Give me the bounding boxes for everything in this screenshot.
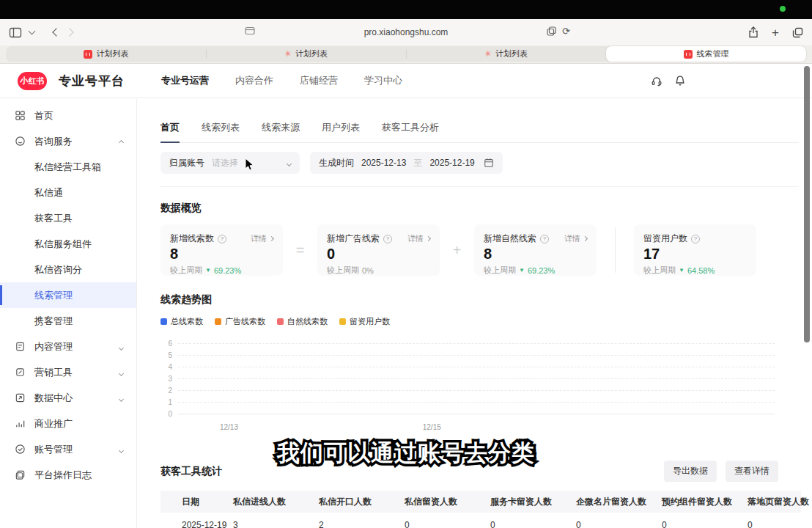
nav-item-content-coop[interactable]: 内容合作 [235, 74, 273, 87]
card-detail-link[interactable]: 详情 [407, 233, 430, 244]
sidebar-item-label: 商业推广 [34, 417, 73, 430]
forward-button[interactable] [67, 29, 73, 35]
sidebar-item-dm-tong[interactable]: 私信通 [0, 180, 136, 205]
sidebar-item-label: 首页 [34, 109, 53, 122]
sidebar-item-home[interactable]: 首页 [0, 103, 136, 128]
delta-value: 69.23% [528, 266, 555, 275]
col-servicecard-retained: 服务卡留资人数 [490, 496, 576, 508]
chat-icon [15, 136, 26, 147]
tab-group-icon[interactable] [547, 26, 556, 36]
chevron-right-icon [269, 236, 274, 241]
compare-label: 较上周期 [484, 265, 516, 276]
cell-date: 2025-12-19 [182, 520, 233, 528]
sidebar-item-commercial-promotion[interactable]: 商业推广 [0, 411, 136, 436]
sidebar-item-label: 私信服务组件 [34, 238, 92, 251]
customer-service-icon[interactable] [651, 75, 662, 87]
browser-toolbar: pro.xiaohongshu.com ⟳ + [0, 19, 812, 45]
question-circle-icon[interactable]: ? [540, 235, 549, 243]
legend-swatch [339, 318, 346, 325]
legend-swatch [277, 318, 284, 325]
tab-tool-analysis[interactable]: 获客工具分析 [382, 121, 439, 142]
tab-lead-list[interactable]: 线索列表 [202, 121, 240, 142]
account-select[interactable]: 归属账号 请选择 [160, 152, 300, 174]
y-tick: 5 [160, 351, 172, 359]
sidebar-item-platform-log[interactable]: 平台操作日志 [0, 462, 136, 488]
date-range-picker[interactable]: 生成时间 2025-12-13 至 2025-12-19 [310, 152, 503, 174]
cell-value: 0 [662, 520, 748, 528]
back-button[interactable] [53, 29, 59, 35]
delta-value: 64.58% [687, 266, 715, 275]
filter-row: 归属账号 请选择 生成时间 2025-12-13 至 2025-12-19 [160, 152, 812, 174]
bell-icon[interactable] [674, 75, 686, 87]
legend-total-leads[interactable]: 总线索数 [160, 316, 203, 327]
card-title: 新增线索数 [170, 232, 214, 245]
app-header: 小红书 专业号平台 专业号运营 内容合作 店铺经营 学习中心 [0, 64, 812, 98]
equals-operator: = [283, 242, 317, 259]
nav-item-shop[interactable]: 店铺经营 [300, 74, 338, 87]
reload-icon[interactable]: ⟳ [562, 26, 570, 36]
new-tab-icon[interactable]: + [772, 26, 779, 39]
legend-ad-leads[interactable]: 广告线索数 [215, 316, 265, 327]
scrollbar-thumb[interactable] [804, 66, 810, 342]
card-detail-link[interactable]: 详情 [251, 233, 273, 244]
sidebar-item-label: 私信通 [34, 186, 63, 199]
recording-indicator-dot [780, 6, 786, 12]
sidebar-item-marketing-tools[interactable]: 营销工具 [0, 359, 136, 385]
sidebar-toggle-icon[interactable] [9, 27, 22, 38]
legend-retained-users[interactable]: 留资用户数 [339, 316, 390, 327]
sidebar-item-dm-toolbox[interactable]: 私信经营工具箱 [0, 154, 136, 180]
export-data-button[interactable]: 导出数据 [664, 461, 717, 482]
sidebar-item-lead-tools[interactable]: 获客工具 [0, 205, 136, 231]
sidebar-item-content-management[interactable]: 内容管理 [0, 334, 136, 359]
browser-tab-2[interactable]: ✳ 计划列表 [206, 46, 406, 62]
y-tick: 6 [160, 340, 172, 348]
view-details-button[interactable]: 查看详情 [726, 461, 778, 482]
browser-tab-4-active[interactable]: 线索管理 [606, 46, 806, 62]
browser-tab-label: 计划列表 [495, 48, 528, 59]
browser-tab-3[interactable]: ✳ 计划列表 [406, 46, 606, 62]
card-detail-link[interactable]: 详情 [564, 233, 587, 244]
overview-cards: 新增线索数 ? 详情 8 较上周期▼69.23% = 新增广告线索 ? 详情 0 [160, 224, 812, 276]
tab-home[interactable]: 首页 [160, 121, 180, 142]
screen: pro.xiaohongshu.com ⟳ + 计划列表 ✳ [0, 0, 812, 528]
card-new-leads: 新增线索数 ? 详情 8 较上周期▼69.23% [160, 224, 283, 276]
question-circle-icon[interactable]: ? [383, 235, 392, 243]
legend-swatch [160, 318, 167, 325]
y-tick: 4 [160, 363, 172, 371]
page-icon[interactable] [245, 26, 255, 35]
question-circle-icon[interactable]: ? [691, 235, 700, 243]
share-icon[interactable] [748, 26, 759, 38]
trend-chart: 6 5 4 3 2 1 0 12/13 12/15 [160, 337, 775, 433]
nav-item-operation[interactable]: 专业号运营 [161, 74, 209, 87]
url-field[interactable]: pro.xiaohongshu.com [364, 19, 449, 45]
date-end-value[interactable]: 2025-12-19 [429, 158, 474, 168]
xiaohongshu-favicon [84, 50, 92, 59]
date-start-value[interactable]: 2025-12-13 [361, 158, 406, 168]
question-circle-icon[interactable]: ? [218, 235, 226, 243]
sidebar-item-lead-management[interactable]: 线索管理 [0, 282, 136, 308]
sidebar-item-data-center[interactable]: 数据中心 [0, 385, 136, 411]
sidebar-item-dm-components[interactable]: 私信服务组件 [0, 231, 136, 257]
xiaohongshu-logo[interactable]: 小红书 [18, 72, 47, 90]
account-select-label: 归属账号 [169, 157, 204, 169]
calendar-icon[interactable] [484, 158, 494, 168]
sidebar-item-dm-score[interactable]: 私信咨询分 [0, 257, 136, 282]
nav-item-learn[interactable]: 学习中心 [364, 74, 402, 87]
tab-lead-source[interactable]: 线索来源 [262, 121, 300, 142]
legend-organic-leads[interactable]: 自然线索数 [277, 316, 328, 327]
tab-user-list[interactable]: 用户列表 [322, 121, 360, 142]
sidebar-item-label: 携客管理 [34, 315, 73, 328]
browser-tab-1[interactable]: 计划列表 [6, 46, 206, 62]
cell-value: 0 [405, 520, 490, 528]
compare-label: 较上周期 [327, 265, 359, 276]
sidebar-item-account-management[interactable]: 账号管理 [0, 436, 136, 462]
sidebar-item-consult-service[interactable]: 咨询服务 [0, 128, 136, 154]
col-wecom-retained: 企微名片留资人数 [576, 496, 662, 508]
date-to-text: 至 [413, 157, 422, 169]
compare-label: 较上周期 [170, 265, 202, 276]
chevron-down-icon[interactable] [29, 28, 36, 35]
tab-overview-icon[interactable] [792, 27, 803, 38]
sidebar-item-visitor-management[interactable]: 携客管理 [0, 308, 136, 334]
cell-value: 0 [748, 520, 812, 528]
card-title: 新增自然线索 [484, 232, 536, 245]
